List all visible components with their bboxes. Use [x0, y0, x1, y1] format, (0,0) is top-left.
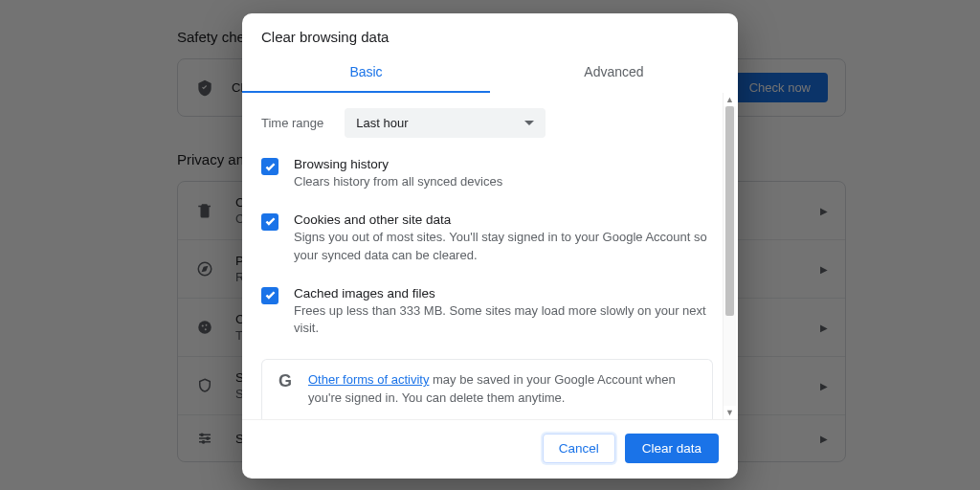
google-logo-icon: G	[276, 371, 295, 390]
checkbox-cookies[interactable]	[261, 213, 278, 231]
scrollbar-track[interactable]	[724, 106, 736, 406]
checkbox-browsing-history[interactable]	[261, 158, 278, 175]
option-description: Clears history from all synced devices	[294, 173, 502, 191]
time-range-select[interactable]: Last hour	[345, 108, 546, 138]
option-title: Browsing history	[294, 157, 502, 171]
time-range-label: Time range	[261, 116, 323, 130]
tab-basic[interactable]: Basic	[242, 55, 490, 93]
info-text: Other forms of activity may be saved in …	[308, 371, 699, 408]
dropdown-triangle-icon	[524, 121, 534, 125]
scrollbar-down-icon[interactable]: ▼	[724, 406, 736, 419]
dialog-tabs: Basic Advanced	[242, 55, 738, 93]
tab-advanced[interactable]: Advanced	[490, 55, 738, 93]
dialog-scrollbar[interactable]: ▲ ▼	[723, 93, 736, 419]
option-cookies: Cookies and other site data Signs you ou…	[261, 212, 719, 265]
scrollbar-thumb[interactable]	[725, 106, 734, 316]
time-range-row: Time range Last hour	[261, 108, 719, 138]
cancel-button[interactable]: Cancel	[543, 434, 615, 463]
dialog-title: Clear browsing data	[242, 13, 738, 55]
option-browsing-history: Browsing history Clears history from all…	[261, 157, 719, 191]
clear-browsing-data-dialog: Clear browsing data Basic Advanced Time …	[242, 13, 738, 479]
checkbox-cached[interactable]	[261, 287, 278, 304]
option-title: Cookies and other site data	[294, 212, 719, 227]
time-range-value: Last hour	[356, 116, 408, 130]
option-description: Frees up less than 333 MB. Some sites ma…	[294, 302, 719, 339]
google-activity-info-box: G Other forms of activity may be saved i…	[261, 359, 713, 419]
option-title: Cached images and files	[294, 286, 719, 301]
other-activity-link[interactable]: Other forms of activity	[308, 372, 429, 387]
clear-data-button[interactable]: Clear data	[625, 434, 719, 463]
dialog-footer: Cancel Clear data	[242, 419, 738, 479]
option-cached: Cached images and files Frees up less th…	[261, 286, 719, 339]
scrollbar-up-icon[interactable]: ▲	[724, 93, 736, 106]
option-description: Signs you out of most sites. You'll stay…	[294, 229, 719, 265]
